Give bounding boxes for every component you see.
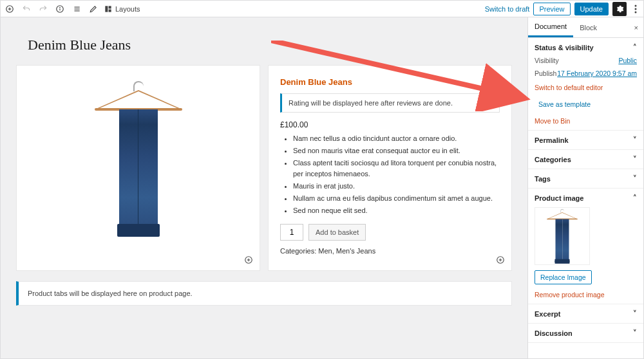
add-to-basket-button[interactable]: Add to basket	[308, 224, 366, 241]
svg-point-13	[635, 8, 637, 10]
product-image	[74, 77, 203, 244]
product-details-block[interactable]: Denim Blue Jeans Rating will be displaye…	[268, 65, 512, 271]
svg-point-14	[635, 11, 637, 13]
product-tabs-placeholder: Product tabs will be displayed here on p…	[16, 281, 512, 306]
chevron-up-icon: ˄	[633, 43, 637, 51]
move-to-bin-link[interactable]: Move to Bin	[535, 117, 637, 125]
tab-block[interactable]: Block	[573, 19, 603, 37]
panel-tags[interactable]: Tags˅	[528, 169, 643, 189]
panel-header[interactable]: Product image ˄	[535, 194, 637, 202]
svg-point-5	[60, 7, 61, 8]
panel-product-image: Product image ˄ Replace Image Remove pro…	[528, 189, 643, 304]
preview-button[interactable]: Preview	[533, 3, 570, 15]
redo-icon[interactable]	[37, 3, 50, 15]
list-item: Nam nec tellus a odio tincidunt auctor a…	[293, 133, 500, 144]
switch-to-draft-link[interactable]: Switch to draft	[485, 5, 530, 13]
panel-status-visibility: Status & visibility ˄ Visibility Public …	[528, 38, 643, 131]
chevron-down-icon: ˅	[633, 309, 637, 318]
add-block-after-icon[interactable]	[244, 255, 253, 266]
panel-discussion[interactable]: Discussion˅	[528, 324, 643, 343]
list-item: Nullam ac urna eu felis dapibus condimen…	[293, 193, 500, 204]
quantity-input[interactable]	[280, 224, 303, 241]
publish-label: Publish	[535, 69, 556, 77]
settings-gear-icon[interactable]	[612, 2, 627, 16]
chevron-down-icon: ˅	[633, 329, 637, 337]
svg-rect-11	[109, 9, 111, 12]
list-item: Class aptent taciti sociosqu ad litora t…	[293, 158, 500, 180]
switch-default-editor-link[interactable]: Switch to default editor	[535, 84, 637, 91]
list-item: Sed non neque elit sed.	[293, 205, 500, 216]
update-button[interactable]: Update	[574, 3, 609, 15]
product-image-block[interactable]	[16, 65, 260, 271]
add-block-after-icon[interactable]	[496, 255, 505, 266]
chevron-down-icon: ˅	[633, 174, 637, 183]
editor-toolbar: Layouts Switch to draft Preview Update	[1, 1, 643, 17]
product-description-list: Nam nec tellus a odio tincidunt auctor a…	[280, 133, 500, 216]
close-sidebar-icon[interactable]: ×	[629, 20, 643, 35]
product-title: Denim Blue Jeans	[280, 77, 500, 87]
editor-canvas: Denim Blue Jeans Denim Blue Jeans Rating…	[1, 17, 527, 359]
replace-image-button[interactable]: Replace Image	[535, 270, 592, 284]
product-image-thumbnail[interactable]	[535, 207, 590, 265]
chevron-up-icon: ˄	[633, 194, 637, 202]
outline-icon[interactable]	[70, 3, 83, 15]
chevron-down-icon: ˅	[633, 136, 637, 144]
layouts-label: Layouts	[115, 5, 140, 13]
rating-placeholder-notice: Rating will be displayed here after revi…	[280, 93, 500, 113]
remove-product-image-link[interactable]: Remove product image	[535, 291, 637, 299]
publish-date-value[interactable]: 17 February 2020 9:57 am	[557, 69, 637, 77]
more-menu-icon[interactable]	[630, 2, 641, 16]
product-price: £100.00	[280, 120, 500, 129]
product-categories: Categories: Men, Men's Jeans	[280, 247, 500, 255]
page-title[interactable]: Denim Blue Jeans	[28, 37, 520, 53]
tab-document[interactable]: Document	[528, 17, 573, 37]
panel-categories[interactable]: Categories˅	[528, 150, 643, 169]
panel-header[interactable]: Status & visibility ˄	[535, 43, 637, 51]
list-item: Mauris in erat justo.	[293, 181, 500, 192]
svg-rect-10	[109, 6, 111, 8]
layouts-button[interactable]: Layouts	[104, 5, 140, 14]
save-as-template-link[interactable]: Save as template	[535, 100, 637, 108]
chevron-down-icon: ˅	[633, 155, 637, 163]
list-item: Sed non mauris vitae erat consequat auct…	[293, 145, 500, 156]
info-icon[interactable]	[53, 3, 66, 15]
panel-excerpt[interactable]: Excerpt˅	[528, 304, 643, 324]
panel-permalink[interactable]: Permalink˅	[528, 131, 643, 150]
settings-sidebar: Document Block × Status & visibility ˄ V…	[527, 17, 643, 359]
svg-point-12	[635, 5, 637, 6]
undo-icon[interactable]	[20, 3, 33, 15]
svg-rect-9	[105, 6, 108, 12]
edit-icon[interactable]	[87, 3, 100, 15]
visibility-label: Visibility	[535, 57, 559, 64]
visibility-value[interactable]: Public	[618, 57, 637, 64]
add-block-icon[interactable]	[3, 3, 16, 15]
